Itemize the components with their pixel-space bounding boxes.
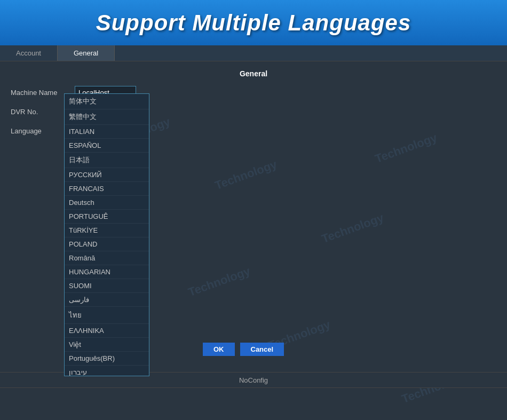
language-option[interactable]: Română xyxy=(65,251,149,265)
language-dropdown-list[interactable]: 简体中文繁體中文ITALIANESPAÑOL日本語РУССКИЙFRANCAIS… xyxy=(64,93,149,376)
language-option[interactable]: עיברון xyxy=(65,366,149,376)
ok-button[interactable]: OK xyxy=(203,343,235,356)
language-option[interactable]: РУССКИЙ xyxy=(65,168,149,182)
language-option[interactable]: 简体中文 xyxy=(65,94,149,109)
section-title: General xyxy=(11,69,496,78)
language-option[interactable]: ITALIAN xyxy=(65,125,149,139)
language-option[interactable]: 日本語 xyxy=(65,153,149,168)
tab-account[interactable]: Account xyxy=(0,45,58,61)
language-option[interactable]: Việt xyxy=(65,338,149,352)
language-option[interactable]: FRANCAIS xyxy=(65,182,149,196)
header: Support Multiple Languages xyxy=(0,0,507,45)
language-option[interactable]: 繁體中文 xyxy=(65,109,149,125)
language-option[interactable]: Português(BR) xyxy=(65,352,149,366)
language-option[interactable]: ESPAÑOL xyxy=(65,139,149,153)
no-config-text: NoConfig xyxy=(239,376,268,384)
tab-general[interactable]: General xyxy=(58,45,115,61)
form-panel: General Machine Name DVR No. Language EN… xyxy=(0,61,507,420)
button-row: OK Cancel xyxy=(203,343,284,356)
page-title: Support Multiple Languages xyxy=(96,10,411,36)
language-option[interactable]: PORTUGUÊ xyxy=(65,210,149,224)
tab-bar: Account General xyxy=(0,45,507,61)
language-option[interactable]: SUOMI xyxy=(65,279,149,293)
language-option[interactable]: ไทย xyxy=(65,307,149,324)
language-option[interactable]: HUNGARIAN xyxy=(65,265,149,279)
cancel-button[interactable]: Cancel xyxy=(240,343,284,356)
language-option[interactable]: TüRKİYE xyxy=(65,224,149,237)
language-option[interactable]: Deutsch xyxy=(65,196,149,210)
language-option[interactable]: POLAND xyxy=(65,237,149,251)
language-option[interactable]: ΕΛΛΗΝΙΚΑ xyxy=(65,324,149,338)
main-content: Technology Technology Technology Technol… xyxy=(0,61,507,420)
language-option[interactable]: فارسی xyxy=(65,293,149,307)
